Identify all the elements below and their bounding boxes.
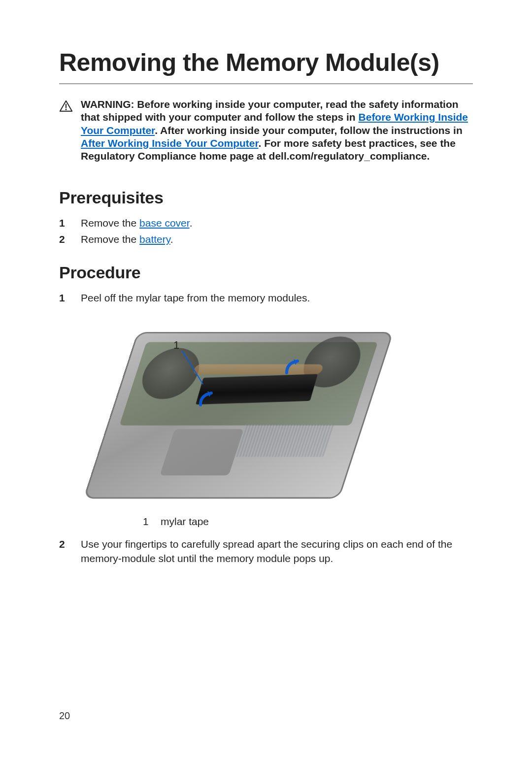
- step-text: Use your fingertips to carefully spread …: [81, 537, 473, 565]
- link-battery[interactable]: battery: [139, 233, 170, 245]
- step-number: 2: [59, 537, 71, 551]
- step-text: Peel off the mylar tape from the memory …: [81, 291, 473, 305]
- warning-block: WARNING: Before working inside your comp…: [59, 98, 473, 163]
- prereq-step: 2 Remove the battery.: [59, 232, 473, 246]
- page-title: Removing the Memory Module(s): [59, 49, 473, 84]
- page-number: 20: [59, 710, 70, 722]
- step-number: 1: [59, 291, 71, 305]
- link-base-cover[interactable]: base cover: [139, 217, 190, 229]
- procedure-step: 2 Use your fingertips to carefully sprea…: [59, 537, 473, 565]
- step-text-before: Remove the: [81, 233, 139, 245]
- step-text-after: .: [190, 217, 193, 229]
- prerequisites-section: Prerequisites 1 Remove the base cover. 2…: [59, 188, 473, 246]
- figure-legend: 1 mylar tape: [100, 516, 376, 528]
- peel-arrow-icon: [197, 388, 218, 410]
- step-text-before: Remove the: [81, 217, 139, 229]
- legend-text: mylar tape: [161, 516, 209, 528]
- step-text-after: .: [170, 233, 173, 245]
- procedure-heading: Procedure: [59, 263, 473, 282]
- step-number: 2: [59, 232, 71, 246]
- prerequisites-heading: Prerequisites: [59, 188, 473, 207]
- warning-mid1: . After working inside your computer, fo…: [155, 125, 463, 136]
- memory-module-figure: 1: [100, 312, 376, 509]
- warning-text: WARNING: Before working inside your comp…: [81, 98, 473, 163]
- procedure-section: Procedure 1 Peel off the mylar tape from…: [59, 263, 473, 565]
- prereq-step: 1 Remove the base cover.: [59, 216, 473, 230]
- procedure-step: 1 Peel off the mylar tape from the memor…: [59, 291, 473, 305]
- svg-point-1: [66, 109, 67, 110]
- peel-arrow-icon: [283, 356, 304, 378]
- step-number: 1: [59, 216, 71, 230]
- legend-number: 1: [143, 516, 150, 528]
- callout-number: 1: [173, 339, 179, 352]
- figure-container: 1 1 mylar tape: [100, 312, 376, 528]
- link-after-working[interactable]: After Working Inside Your Computer: [81, 137, 259, 149]
- warning-icon: [59, 100, 73, 113]
